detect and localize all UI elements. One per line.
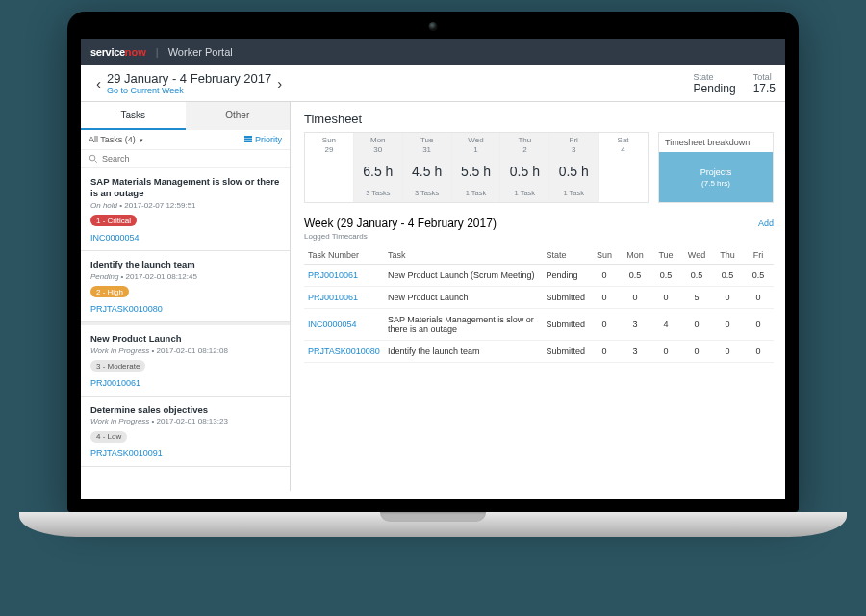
col-header: Tue xyxy=(650,246,681,265)
tab-tasks[interactable]: Tasks xyxy=(81,102,186,130)
day-hours: 4.5 h xyxy=(403,164,451,179)
hours-cell[interactable]: 0 xyxy=(712,287,743,309)
task-card[interactable]: Identify the launch teamPending • 2017-0… xyxy=(81,251,290,322)
breakdown-name: Projects xyxy=(700,167,732,177)
task-number-link[interactable]: INC0000054 xyxy=(90,233,280,243)
day-task-count: 1 Task xyxy=(549,189,598,197)
task-card[interactable]: New Product LaunchWork in Progress • 201… xyxy=(81,322,290,397)
hours-cell[interactable]: 0 xyxy=(589,287,620,309)
hours-cell[interactable]: 0 xyxy=(589,341,620,363)
day-name: Fri xyxy=(549,136,598,144)
week-subtitle: Logged Timecards xyxy=(304,232,774,241)
table-row: PRJ0010061New Product Launch (Scrum Meet… xyxy=(304,265,774,287)
breakdown-title: Timesheet breakdown xyxy=(659,133,773,152)
tab-other[interactable]: Other xyxy=(186,102,291,130)
day-hours: 6.5 h xyxy=(354,164,402,179)
day-name: Mon xyxy=(354,136,402,144)
hours-cell[interactable]: 0.5 xyxy=(712,265,743,287)
task-card[interactable]: SAP Materials Management is slow or ther… xyxy=(81,168,290,251)
state-cell: Submitted xyxy=(542,309,589,341)
task-name-cell: New Product Launch xyxy=(384,287,543,309)
hours-cell[interactable]: 0 xyxy=(620,287,650,309)
divider: | xyxy=(156,46,159,58)
hours-cell[interactable]: 0 xyxy=(650,287,681,309)
priority-label: Priority xyxy=(255,135,282,144)
day-grid: Sun29Mon306.5 h3 TasksTue314.5 h3 TasksW… xyxy=(304,132,649,203)
total-value: 17.5 xyxy=(753,82,776,95)
task-card[interactable]: Determine sales objectivesWork in Progre… xyxy=(81,397,290,468)
hours-cell[interactable]: 3 xyxy=(620,309,650,341)
next-week-button[interactable]: › xyxy=(271,75,288,91)
day-task-count: 1 Task xyxy=(500,189,548,197)
task-number-link[interactable]: PRJ0010061 xyxy=(90,378,280,388)
hours-cell[interactable]: 0 xyxy=(650,341,681,363)
day-name: Tue xyxy=(403,136,451,144)
hours-cell[interactable]: 0.5 xyxy=(743,265,774,287)
total-label: Total xyxy=(753,72,776,82)
hours-cell[interactable]: 0 xyxy=(681,341,712,363)
hours-cell[interactable]: 0.5 xyxy=(650,265,681,287)
task-name-cell: Identify the launch team xyxy=(384,341,543,363)
task-title: SAP Materials Management is slow or ther… xyxy=(90,176,280,199)
day-name: Sun xyxy=(305,136,353,144)
hours-cell[interactable]: 0 xyxy=(712,309,743,341)
day-name: Sat xyxy=(599,136,648,144)
breakdown-projects-tile[interactable]: Projects (7.5 hrs) xyxy=(659,152,773,202)
search-input[interactable] xyxy=(102,154,282,164)
hours-cell[interactable]: 0 xyxy=(743,287,774,309)
day-cell[interactable]: Tue314.5 h3 Tasks xyxy=(403,133,452,202)
day-date: 29 xyxy=(305,145,353,154)
task-number-link[interactable]: PRJTASK0010080 xyxy=(90,304,280,314)
day-cell[interactable]: Thu20.5 h1 Task xyxy=(500,133,549,202)
day-cell[interactable]: Wed15.5 h1 Task xyxy=(452,133,501,202)
tabs: Tasks Other xyxy=(81,102,290,130)
task-number-link[interactable]: PRJTASK0010091 xyxy=(90,449,280,458)
task-title: Determine sales objectives xyxy=(90,404,280,416)
hours-cell[interactable]: 0 xyxy=(589,309,620,341)
go-to-current-week-link[interactable]: Go to Current Week xyxy=(107,86,271,95)
col-header: Task Number xyxy=(304,246,384,265)
task-filter-dropdown[interactable]: All Tasks (4) ▾ xyxy=(89,135,143,144)
sort-icon xyxy=(244,136,252,143)
laptop-frame: servicenow | Worker Portal ‹ 29 January … xyxy=(67,12,799,537)
task-number-cell[interactable]: PRJTASK0010080 xyxy=(304,341,384,363)
timecards-table: Task NumberTaskStateSunMonTueWedThuFri P… xyxy=(304,246,774,363)
search-field[interactable] xyxy=(81,150,290,168)
day-cell[interactable]: Sun29 xyxy=(305,133,354,202)
hours-cell[interactable]: 0 xyxy=(712,341,743,363)
day-task-count xyxy=(599,189,648,197)
hours-cell[interactable]: 4 xyxy=(650,309,681,341)
day-cell[interactable]: Sat4 xyxy=(599,133,648,202)
day-cell[interactable]: Fri30.5 h1 Task xyxy=(549,133,599,202)
task-title: Identify the launch team xyxy=(90,259,280,270)
task-number-cell[interactable]: PRJ0010061 xyxy=(304,265,384,287)
hours-cell[interactable]: 5 xyxy=(681,287,712,309)
hours-cell[interactable]: 0 xyxy=(681,309,712,341)
hours-cell[interactable]: 3 xyxy=(620,341,650,363)
task-list[interactable]: SAP Materials Management is slow or ther… xyxy=(81,168,290,491)
col-header: Sun xyxy=(589,246,620,265)
prev-week-button[interactable]: ‹ xyxy=(90,75,107,91)
priority-badge: 4 - Low xyxy=(90,431,127,443)
state-cell: Submitted xyxy=(542,287,589,309)
svg-line-1 xyxy=(95,161,97,163)
task-number-cell[interactable]: PRJ0010061 xyxy=(304,287,384,309)
day-date: 4 xyxy=(599,145,648,154)
day-hours: 5.5 h xyxy=(452,164,500,179)
day-task-count: 3 Tasks xyxy=(403,189,451,197)
day-name: Wed xyxy=(452,136,500,144)
priority-sort-button[interactable]: Priority xyxy=(244,135,282,144)
add-timecard-link[interactable]: Add xyxy=(758,218,774,228)
hours-cell[interactable]: 0.5 xyxy=(681,265,712,287)
day-cell[interactable]: Mon306.5 h3 Tasks xyxy=(354,133,403,202)
timesheet-panel: Timesheet Sun29Mon306.5 h3 TasksTue314.5… xyxy=(291,102,785,491)
svg-point-0 xyxy=(89,155,95,161)
priority-badge: 2 - High xyxy=(90,286,129,297)
brand-now: now xyxy=(125,46,146,58)
hours-cell[interactable]: 0 xyxy=(743,341,774,363)
hours-cell[interactable]: 0 xyxy=(743,309,774,341)
hours-cell[interactable]: 0.5 xyxy=(620,265,650,287)
day-task-count: 3 Tasks xyxy=(354,189,402,197)
task-number-cell[interactable]: INC0000054 xyxy=(304,309,384,341)
hours-cell[interactable]: 0 xyxy=(589,265,620,287)
